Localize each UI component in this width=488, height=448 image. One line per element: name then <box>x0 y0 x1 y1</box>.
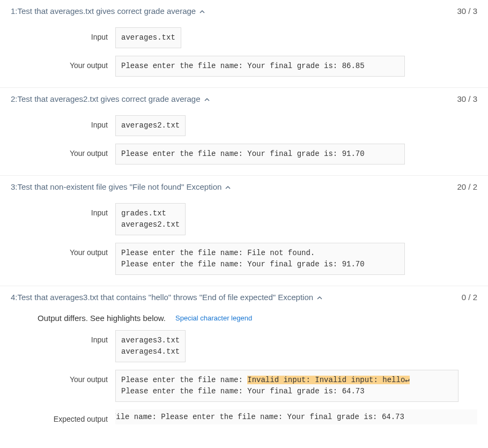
output-prefix: Please enter the file name: <box>121 376 247 384</box>
test-block-2: 2:Test that averages2.txt gives correct … <box>0 88 488 176</box>
diff-message: Output differs. See highlights below. <box>38 313 166 323</box>
output-highlight: Invalid input: Invalid input: hello↵ <box>247 376 409 384</box>
test-score: 30 / 3 <box>457 6 477 16</box>
expected-output-scroll[interactable]: Please enter the file name: Please enter… <box>115 409 477 424</box>
input-value: averages3.txt averages4.txt <box>115 330 186 362</box>
chevron-up-icon <box>204 96 209 102</box>
input-row: Input averages2.txt <box>11 115 477 136</box>
input-label: Input <box>11 330 115 344</box>
expected-row: Expected output Please enter the file na… <box>11 409 477 424</box>
output-label: Your output <box>11 56 115 70</box>
chevron-up-icon <box>199 9 204 14</box>
input-row: Input grades.txt averages2.txt <box>11 203 477 235</box>
test-block-4: 4:Test that averages3.txt that contains … <box>0 286 488 435</box>
output-label: Your output <box>11 243 115 257</box>
output-value: Please enter the file name: File not fou… <box>115 243 405 275</box>
input-row: Input averages.txt <box>11 27 477 48</box>
test-score: 30 / 3 <box>457 94 477 103</box>
input-label: Input <box>11 115 115 129</box>
output-label: Your output <box>11 370 115 384</box>
test-score: 0 / 2 <box>462 293 477 302</box>
test-header[interactable]: 4:Test that averages3.txt that contains … <box>11 292 477 306</box>
test-header[interactable]: 1:Test that averages.txt gives correct g… <box>11 5 477 20</box>
test-score: 20 / 2 <box>457 182 477 191</box>
output-label: Your output <box>11 144 115 158</box>
test-header[interactable]: 3:Test that non-existent file gives "Fil… <box>11 181 477 196</box>
test-title: 2:Test that averages2.txt gives correct … <box>11 94 209 103</box>
expected-value: Please enter the file name: Please enter… <box>115 409 477 424</box>
chevron-up-icon <box>316 295 322 300</box>
output-line2: Please enter the file name: Your final g… <box>121 387 365 395</box>
output-value: Please enter the file name: Your final g… <box>115 56 405 77</box>
output-row: Your output Please enter the file name: … <box>11 370 477 402</box>
test-title-text: 2:Test that averages2.txt gives correct … <box>11 94 201 103</box>
output-value: Please enter the file name: Invalid inpu… <box>115 370 459 402</box>
test-title: 1:Test that averages.txt gives correct g… <box>11 6 204 16</box>
test-title-text: 1:Test that averages.txt gives correct g… <box>11 6 196 16</box>
input-value: averages.txt <box>115 27 181 48</box>
input-value: grades.txt averages2.txt <box>115 203 186 235</box>
chevron-up-icon <box>225 184 230 190</box>
output-row: Your output Please enter the file name: … <box>11 56 477 77</box>
test-header[interactable]: 2:Test that averages2.txt gives correct … <box>11 93 477 108</box>
test-block-3: 3:Test that non-existent file gives "Fil… <box>0 176 488 286</box>
test-title: 3:Test that non-existent file gives "Fil… <box>11 182 230 191</box>
output-value: Please enter the file name: Your final g… <box>115 144 405 165</box>
input-label: Input <box>11 203 115 217</box>
expected-label: Expected output <box>11 409 115 423</box>
diff-note: Output differs. See highlights below. Sp… <box>11 313 477 323</box>
input-row: Input averages3.txt averages4.txt <box>11 330 477 362</box>
test-title: 4:Test that averages3.txt that contains … <box>11 293 322 302</box>
test-title-text: 4:Test that averages3.txt that contains … <box>11 293 313 302</box>
special-char-legend-link[interactable]: Special character legend <box>175 314 252 322</box>
input-label: Input <box>11 27 115 41</box>
test-title-text: 3:Test that non-existent file gives "Fil… <box>11 182 221 191</box>
test-block-1: 1:Test that averages.txt gives correct g… <box>0 0 488 88</box>
output-row: Your output Please enter the file name: … <box>11 144 477 165</box>
input-value: averages2.txt <box>115 115 186 136</box>
output-row: Your output Please enter the file name: … <box>11 243 477 275</box>
